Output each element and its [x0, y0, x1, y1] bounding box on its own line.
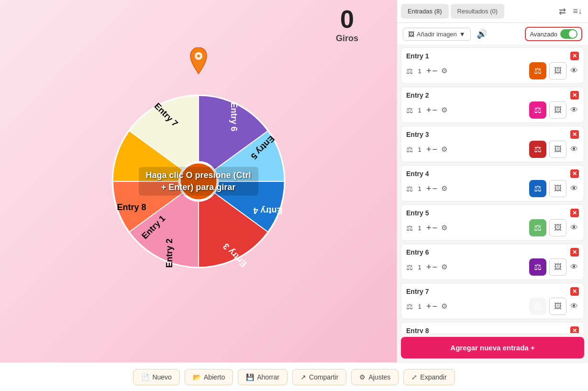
entry-color-swatch-7[interactable]: ⚖ [529, 298, 546, 315]
entry-image-btn-6[interactable]: 🖼 [549, 258, 566, 276]
entry-top-1: Entry 1 ✕ [406, 52, 579, 60]
settings-button[interactable]: ⚙ Ajustes [351, 369, 399, 385]
entry-delete-btn-4[interactable]: ✕ [570, 169, 579, 178]
entry-color-swatch-5[interactable]: ⚖ [529, 219, 546, 236]
entry-top-2: Entry 2 ✕ [406, 91, 579, 100]
entry-top-5: Entry 5 ✕ [406, 209, 579, 217]
wheel-container[interactable]: Entry 1 Entry 2 Entry 3 Entry 4 Entry 5 … [79, 62, 318, 301]
advanced-toggle-switch[interactable] [560, 29, 577, 39]
entry-controls-5: ⚖ 1 + − ⚙ ⚖ 🖼 👁 [406, 219, 579, 236]
entry-image-btn-1[interactable]: 🖼 [549, 62, 566, 79]
entry-eye-btn-1[interactable]: 👁 [569, 66, 579, 76]
entry-minus-btn-4[interactable]: − [433, 184, 438, 194]
expand-button[interactable]: ⤢ Expandir [403, 369, 455, 385]
weight-icon-3: ⚖ [406, 145, 413, 154]
svg-text:Entry 6: Entry 6 [229, 102, 239, 131]
entry-delete-btn-3[interactable]: ✕ [570, 130, 579, 139]
entry-image-btn-5[interactable]: 🖼 [549, 219, 566, 236]
entry-image-btn-3[interactable]: 🖼 [549, 141, 566, 158]
entry-pm-5: + − [426, 223, 437, 233]
entry-delete-btn-1[interactable]: ✕ [570, 52, 579, 60]
entry-color-swatch-1[interactable]: ⚖ [529, 62, 546, 79]
entry-eye-btn-5[interactable]: 👁 [569, 223, 579, 233]
add-entry-button[interactable]: Agregar nueva entrada + [401, 337, 584, 358]
weight-icon-4: ⚖ [406, 184, 413, 193]
dropdown-arrow-icon: ▼ [459, 31, 466, 38]
entry-color-swatch-4[interactable]: ⚖ [529, 180, 546, 197]
settings-icon: ⚙ [359, 373, 366, 381]
entry-minus-btn-5[interactable]: − [433, 223, 438, 233]
entry-image-btn-7[interactable]: 🖼 [549, 298, 566, 315]
share-button[interactable]: ↗ Compartir [292, 369, 346, 385]
save-button[interactable]: 💾 Ahorrar [238, 369, 288, 385]
add-image-button[interactable]: 🖼 Añadir imagen ▼ [403, 28, 471, 41]
entry-item-4: Entry 4 ✕ ⚖ 1 + − ⚙ ⚖ 🖼 👁 [401, 165, 584, 201]
entries-list: Entry 1 ✕ ⚖ 1 + − ⚙ ⚖ 🖼 👁 Entry 2 [397, 45, 588, 333]
entry-settings-btn-5[interactable]: ⚙ [440, 223, 448, 233]
svg-text:Entry 8: Entry 8 [117, 202, 146, 212]
weight-icon-7: ⚖ [406, 302, 413, 311]
entry-plus-btn-3[interactable]: + [426, 145, 432, 155]
entry-delete-btn-6[interactable]: ✕ [570, 248, 579, 257]
share-icon: ↗ [300, 373, 306, 381]
entry-settings-btn-7[interactable]: ⚙ [440, 301, 448, 312]
entry-plus-btn-4[interactable]: + [426, 184, 432, 194]
new-button[interactable]: 📄 Nuevo [133, 369, 179, 385]
entry-item-7: Entry 7 ✕ ⚖ 1 + − ⚙ ⚖ 🖼 👁 [401, 283, 584, 319]
entry-item-5: Entry 5 ✕ ⚖ 1 + − ⚙ ⚖ 🖼 👁 [401, 204, 584, 241]
entry-color-swatch-6[interactable]: ⚖ [529, 258, 546, 276]
entry-plus-btn-7[interactable]: + [426, 302, 432, 312]
entry-weight-7: 1 [416, 303, 423, 310]
entry-name-8: Entry 8 [406, 327, 567, 333]
entry-controls-6: ⚖ 1 + − ⚙ ⚖ 🖼 👁 [406, 258, 579, 276]
entry-top-7: Entry 7 ✕ [406, 287, 579, 296]
entry-pm-6: + − [426, 262, 437, 272]
entry-color-swatch-2[interactable]: ⚖ [529, 101, 546, 119]
entry-pm-3: + − [426, 145, 437, 155]
entry-top-3: Entry 3 ✕ [406, 130, 579, 139]
right-panel: Entradas (8) Resultados (0) ⇄ ≡↓ 🖼 Añadi… [397, 0, 588, 362]
weight-icon-5: ⚖ [406, 223, 413, 233]
bottom-toolbar: 📄 Nuevo 📂 Abierto 💾 Ahorrar ↗ Compartir … [0, 362, 588, 391]
entry-plus-btn-6[interactable]: + [426, 262, 432, 272]
entry-settings-btn-4[interactable]: ⚙ [440, 183, 448, 194]
entry-pm-7: + − [426, 302, 437, 312]
entry-settings-btn-6[interactable]: ⚙ [440, 262, 448, 272]
sort-icon-btn[interactable]: ≡↓ [571, 4, 584, 19]
sound-button[interactable]: 🔊 [475, 27, 489, 41]
entry-eye-btn-3[interactable]: 👁 [569, 144, 579, 155]
entry-settings-btn-3[interactable]: ⚙ [440, 144, 448, 155]
entry-plus-btn-1[interactable]: + [426, 66, 432, 76]
shuffle-icon-btn[interactable]: ⇄ [557, 4, 568, 19]
tab-entries[interactable]: Entradas (8) [401, 4, 449, 19]
entry-image-btn-4[interactable]: 🖼 [549, 180, 566, 197]
entry-name-3: Entry 3 [406, 131, 567, 138]
entry-plus-btn-2[interactable]: + [426, 105, 432, 115]
entry-controls-7: ⚖ 1 + − ⚙ ⚖ 🖼 👁 [406, 298, 579, 315]
entry-eye-btn-6[interactable]: 👁 [569, 262, 579, 272]
entry-delete-btn-7[interactable]: ✕ [570, 287, 579, 296]
entry-minus-btn-3[interactable]: − [433, 145, 438, 155]
entry-delete-btn-2[interactable]: ✕ [570, 91, 579, 100]
spin-counter: 0 Giros [336, 5, 358, 44]
entry-minus-btn-1[interactable]: − [433, 66, 438, 76]
wheel-svg[interactable]: Entry 1 Entry 2 Entry 3 Entry 4 Entry 5 … [79, 62, 318, 301]
entry-pm-2: + − [426, 105, 437, 115]
entry-minus-btn-7[interactable]: − [433, 302, 438, 312]
open-button[interactable]: 📂 Abierto [185, 369, 233, 385]
tab-results[interactable]: Resultados (0) [451, 4, 505, 19]
entry-minus-btn-2[interactable]: − [433, 105, 438, 115]
entry-eye-btn-7[interactable]: 👁 [569, 301, 579, 312]
entry-eye-btn-2[interactable]: 👁 [569, 105, 579, 115]
entry-color-swatch-3[interactable]: ⚖ [529, 141, 546, 158]
entry-settings-btn-1[interactable]: ⚙ [440, 66, 448, 76]
entry-delete-btn-5[interactable]: ✕ [570, 209, 579, 217]
entry-settings-btn-2[interactable]: ⚙ [440, 105, 448, 115]
entry-image-btn-2[interactable]: 🖼 [549, 101, 566, 119]
entry-plus-btn-5[interactable]: + [426, 223, 432, 233]
entry-minus-btn-6[interactable]: − [433, 262, 438, 272]
entry-eye-btn-4[interactable]: 👁 [569, 183, 579, 194]
save-icon: 💾 [246, 373, 254, 381]
entry-pm-1: + − [426, 66, 437, 76]
entry-delete-btn-8[interactable]: ✕ [570, 326, 579, 333]
